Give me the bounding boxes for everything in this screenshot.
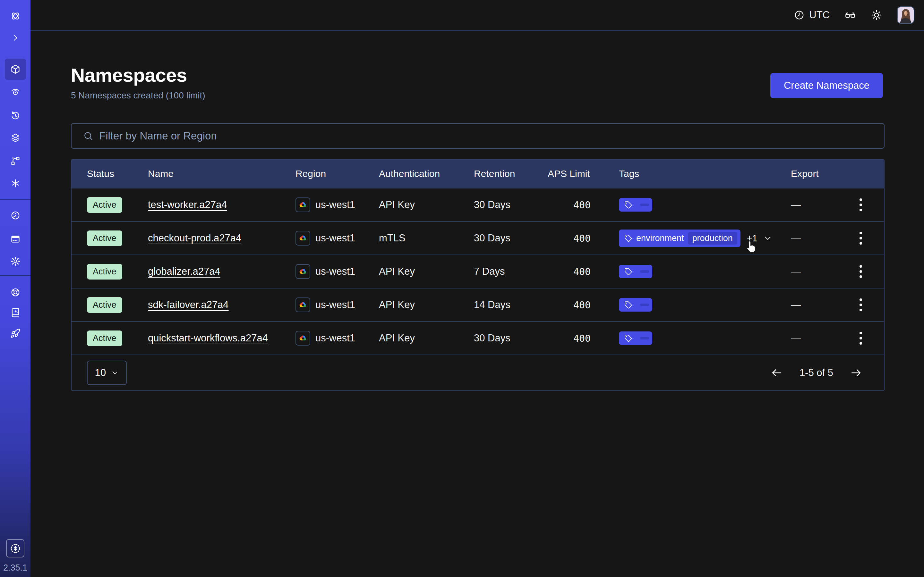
top-header: UTC: [31, 0, 924, 31]
status-badge: Active: [87, 197, 122, 213]
sidebar-item-asterisk[interactable]: [10, 178, 21, 189]
tag-icon: [624, 334, 632, 342]
region-label: us-west1: [315, 232, 355, 244]
chevron-down-icon: [111, 369, 119, 377]
tag-badge[interactable]: [619, 265, 652, 278]
auth-cell: API Key: [379, 199, 474, 211]
retention-cell: 30 Days: [474, 199, 548, 211]
namespace-link[interactable]: sdk-failover.a27a4: [148, 299, 229, 311]
clock-icon: [794, 10, 804, 21]
aps-cell: 400: [548, 233, 619, 244]
region-label: us-west1: [315, 266, 355, 277]
google-cloud-icon: [296, 264, 310, 279]
region-cell: us-west1: [296, 298, 379, 312]
export-cell: —: [791, 295, 869, 314]
namespace-link[interactable]: quickstart-workflows.a27a4: [148, 332, 268, 344]
status-cell: Active: [87, 230, 148, 246]
col-status: Status: [87, 168, 148, 179]
timezone-selector[interactable]: UTC: [794, 9, 830, 21]
timer-icon: [10, 110, 21, 121]
tag-badge[interactable]: [619, 198, 652, 211]
tag-badge[interactable]: [619, 298, 652, 311]
status-badge: Active: [87, 330, 122, 346]
col-export: Export: [791, 168, 869, 179]
sidebar-item-billing[interactable]: [10, 234, 21, 244]
sidebar-item-settings[interactable]: [10, 256, 21, 266]
tag-value-chip: [640, 303, 649, 306]
kebab-menu-button[interactable]: [856, 195, 865, 214]
sidebar-item-layers[interactable]: [10, 133, 21, 143]
pagination: 1-5 of 5: [769, 366, 863, 380]
tag-icon: [624, 268, 632, 276]
table-row: Active sdk-failover.a27a4 us-west1: [71, 288, 884, 321]
region-cell: us-west1: [296, 331, 379, 346]
sidebar-item-workflows[interactable]: [10, 156, 21, 166]
prev-page-button[interactable]: [769, 366, 784, 380]
theme-toggle[interactable]: [871, 9, 882, 21]
tag-badge[interactable]: [619, 332, 652, 345]
user-avatar[interactable]: [897, 6, 914, 24]
kebab-menu-button[interactable]: [856, 295, 865, 314]
aps-cell: 400: [548, 300, 619, 311]
region-cell: us-west1: [296, 264, 379, 279]
sidebar-item-eye[interactable]: [10, 87, 21, 97]
export-cell: —: [791, 262, 869, 281]
google-cloud-icon: [296, 231, 310, 245]
sidebar-item-namespaces[interactable]: [5, 59, 26, 80]
sidebar-item-getting-started[interactable]: [10, 328, 21, 338]
sidebar-item-schedules[interactable]: [10, 110, 21, 121]
tags-cell: [619, 198, 791, 211]
aps-cell: 400: [548, 199, 619, 211]
sidebar-item-docs[interactable]: [10, 308, 21, 318]
region-cell: us-west1: [296, 197, 379, 212]
table-footer: 10 1-5 of 5: [71, 355, 884, 390]
labs-toggle[interactable]: [845, 9, 856, 21]
sidebar: 2.35.1: [0, 0, 31, 577]
tag-value-chip: [640, 337, 649, 340]
status-cell: Active: [87, 330, 148, 346]
tag-badge[interactable]: environment production: [619, 229, 740, 247]
auth-cell: API Key: [379, 299, 474, 311]
tags-more-count: +1: [747, 233, 758, 243]
retention-cell: 7 Days: [474, 266, 548, 277]
tag-value-chip: production: [688, 232, 737, 245]
sidebar-expand-chevron-right-icon[interactable]: [11, 33, 20, 42]
tags-cell: environment production +1: [619, 229, 791, 247]
filter-input[interactable]: [99, 130, 872, 142]
name-cell: sdk-failover.a27a4: [148, 299, 296, 311]
table-row: Active globalizer.a27a4 us-west1: [71, 255, 884, 288]
page-size-select[interactable]: 10: [87, 361, 127, 385]
temporal-logo-icon[interactable]: [10, 11, 21, 21]
region-cell: us-west1: [296, 231, 379, 245]
export-value: —: [791, 299, 801, 311]
tags-chevron-down-icon[interactable]: [763, 234, 772, 243]
aps-cell: 400: [548, 266, 619, 277]
namespace-link[interactable]: checkout-prod.a27a4: [148, 232, 241, 244]
region-label: us-west1: [315, 299, 355, 311]
app-version: 2.35.1: [0, 563, 31, 573]
next-page-button[interactable]: [849, 366, 863, 380]
create-namespace-button[interactable]: Create Namespace: [771, 73, 883, 98]
tag-icon: [624, 301, 632, 309]
kebab-menu-button[interactable]: [856, 262, 865, 281]
export-cell: —: [791, 195, 869, 214]
name-cell: quickstart-workflows.a27a4: [148, 332, 296, 344]
export-value: —: [791, 332, 801, 344]
sidebar-item-support[interactable]: [10, 287, 21, 298]
namespace-link[interactable]: test-worker.a27a4: [148, 199, 227, 211]
kebab-menu-button[interactable]: [856, 229, 865, 248]
billing-card-icon: [10, 234, 21, 244]
page-size-value: 10: [95, 367, 106, 379]
retention-cell: 30 Days: [474, 232, 548, 244]
page-subtitle: 5 Namespaces created (100 limit): [71, 90, 205, 101]
kebab-menu-button[interactable]: [856, 329, 865, 348]
tag-icon: [624, 234, 632, 242]
branch-icon: [10, 156, 21, 166]
plan-badge-button[interactable]: [6, 539, 24, 558]
namespace-link[interactable]: globalizer.a27a4: [148, 266, 220, 277]
arrow-right-icon: [850, 367, 862, 379]
status-badge: Active: [87, 297, 122, 313]
table-row: Active quickstart-workflows.a27a4 us-wes: [71, 321, 884, 355]
glasses-icon: [845, 9, 856, 21]
sidebar-item-usage[interactable]: [10, 210, 21, 221]
